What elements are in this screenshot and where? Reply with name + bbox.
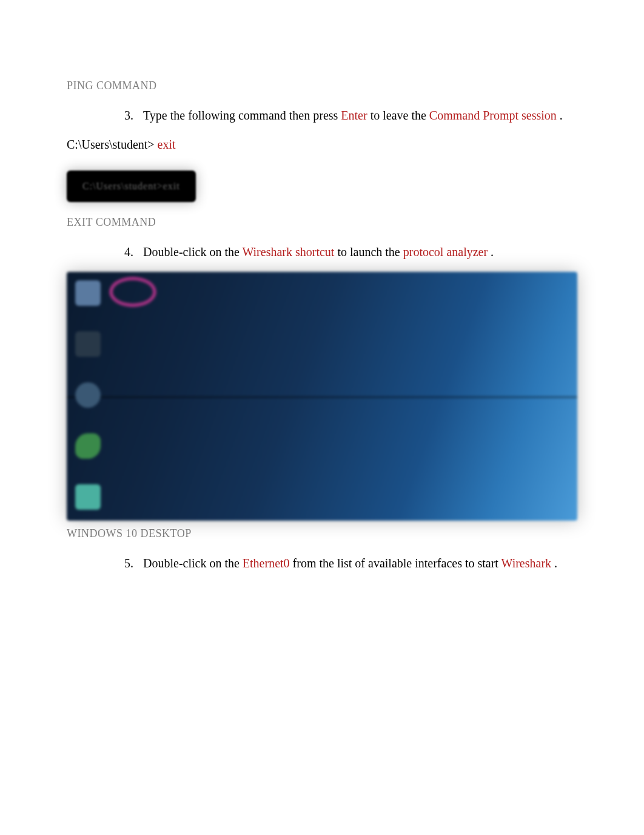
step-5-t3: from the list of available interfaces to… xyxy=(293,556,501,570)
step-3-t2: the following command then xyxy=(170,109,314,122)
desktop-shortcut-icon xyxy=(75,382,101,408)
step-3-cmdprompt: Command Prompt session xyxy=(429,109,560,122)
caption-ping: PING COMMAND xyxy=(67,78,577,94)
step-5-t4: . xyxy=(554,556,557,570)
highlight-circle-icon xyxy=(109,277,156,307)
command-exit: exit xyxy=(158,138,176,151)
step-4: 4. Double-click on the Wireshark shortcu… xyxy=(124,243,577,261)
step-4-t4: . xyxy=(491,245,494,259)
desktop-shortcut-icon xyxy=(75,433,101,459)
step-4-t2: on the xyxy=(209,245,242,259)
step-5-number: 5. xyxy=(124,554,143,572)
caption-desktop: WINDOWS 10 DESKTOP xyxy=(67,526,577,542)
step-5: 5. Double-click on the Ethernet0 from th… xyxy=(124,554,577,572)
step-4-t3: to launch the xyxy=(337,245,403,259)
step-4-wireshark-shortcut: Wireshark shortcut xyxy=(242,245,337,259)
command-prompt-text: C:\Users\student> xyxy=(67,138,158,151)
step-3: 3. Type the following command then press… xyxy=(124,106,577,124)
desktop-icons-column xyxy=(75,280,101,510)
step-4-protocol-analyzer: protocol analyzer xyxy=(403,245,491,259)
step-5-t1: Double-click xyxy=(143,556,209,570)
step-4-t1: Double-click xyxy=(143,245,209,259)
caption-exit: EXIT COMMAND xyxy=(67,214,577,231)
step-3-text: Type the following command then press En… xyxy=(143,106,577,124)
step-3-t4: to leave the xyxy=(371,109,429,122)
step-5-ethernet0: Ethernet0 xyxy=(243,556,293,570)
step-3-number: 3. xyxy=(124,106,143,124)
desktop-shortcut-icon xyxy=(75,280,101,306)
step-3-t5: . xyxy=(560,109,563,122)
step-3-enter: Enter xyxy=(341,109,370,122)
step-5-t2: on the xyxy=(209,556,242,570)
desktop-shortcut-icon xyxy=(75,484,101,510)
step-4-number: 4. xyxy=(124,243,143,261)
step-5-text: Double-click on the Ethernet0 from the l… xyxy=(143,554,577,572)
command-line: C:\Users\student> exit xyxy=(67,135,577,154)
step-3-t3: press xyxy=(313,109,341,122)
desktop-shortcut-icon xyxy=(75,331,101,357)
step-3-t1: Type xyxy=(143,109,170,122)
windows-desktop-screenshot xyxy=(67,272,577,521)
step-5-wireshark: Wireshark xyxy=(501,556,555,570)
step-4-text: Double-click on the Wireshark shortcut t… xyxy=(143,243,577,261)
command-prompt-screenshot: C:\Users\student>exit xyxy=(67,171,196,202)
